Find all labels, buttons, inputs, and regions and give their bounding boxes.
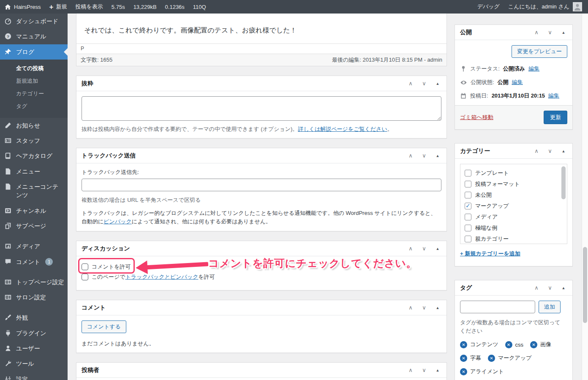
trackbacks-pingbacks-link[interactable]: トラックバックとピンバック (125, 274, 199, 280)
sidebar-item-staff[interactable]: スタッフ (0, 133, 68, 148)
account-menu[interactable]: こんにちは、admin さん (508, 2, 582, 11)
move-up-icon[interactable]: ∧ (407, 80, 414, 87)
sidebar-item-users[interactable]: ユーザー (0, 341, 68, 356)
submenu-item[interactable]: 全ての投稿 (0, 62, 68, 75)
sidebar-item-top-page-settings[interactable]: トップページ設定 (0, 274, 68, 290)
move-down-icon[interactable]: ∨ (546, 148, 554, 154)
remove-tag-icon[interactable]: ✕ (460, 368, 467, 375)
trackback-url-input[interactable] (82, 179, 441, 191)
sidebar-item-salon-settings[interactable]: サロン設定 (0, 290, 68, 305)
pingback-link[interactable]: ピンバック (103, 218, 132, 225)
move-up-icon[interactable]: ∧ (533, 148, 540, 154)
allow-trackbacks-checkbox[interactable] (82, 274, 88, 280)
category-checkbox[interactable] (465, 192, 471, 198)
update-button[interactable]: 更新 (544, 111, 567, 124)
toggle-panel-icon[interactable]: ▲ (434, 81, 441, 86)
remove-tag-icon[interactable]: ✕ (505, 341, 512, 348)
remove-tag-icon[interactable]: ✕ (460, 341, 467, 348)
edit-status-link[interactable]: 編集 (528, 65, 539, 73)
move-down-icon[interactable]: ∨ (420, 80, 428, 87)
sidebar-item-subpage[interactable]: サブページ (0, 218, 68, 233)
move-down-icon[interactable]: ∨ (420, 152, 428, 159)
doc-icon (4, 183, 12, 190)
wrench-icon (4, 360, 12, 367)
category-item[interactable]: マークアップ (465, 201, 567, 212)
remove-tag-icon[interactable]: ✕ (460, 355, 467, 362)
sidebar-item-tools[interactable]: ツール (0, 356, 68, 371)
move-up-icon[interactable]: ∧ (533, 29, 540, 35)
move-up-icon[interactable]: ∧ (407, 245, 414, 252)
scrollbar-thumb[interactable] (561, 166, 566, 199)
sidebar-item-menu-content[interactable]: メニューコンテンツ (0, 179, 68, 203)
sidebar-item-dashboard[interactable]: ダッシュボード (0, 14, 68, 29)
sidebar-item-menu[interactable]: メニュー (0, 164, 68, 179)
move-down-icon[interactable]: ∨ (420, 245, 428, 252)
remove-tag-icon[interactable]: ✕ (530, 341, 537, 348)
excerpt-help-link[interactable]: 詳しくは解説ページをご覧ください (298, 126, 387, 132)
move-to-trash-link[interactable]: ゴミ箱へ移動 (460, 114, 493, 121)
allow-trackbacks-row[interactable]: このページでトラックバックとピンバックを許可 (82, 273, 441, 281)
move-down-icon[interactable]: ∨ (420, 367, 428, 373)
category-item[interactable]: 極端な例 (465, 223, 567, 233)
move-down-icon[interactable]: ∨ (546, 29, 554, 35)
sidebar-item-media[interactable]: メディア (0, 239, 68, 254)
preview-changes-button[interactable]: 変更をプレビュー (512, 45, 567, 58)
category-item[interactable]: メディア (465, 212, 567, 223)
category-checkbox-checked[interactable] (465, 203, 471, 209)
sidebar-item-comments[interactable]: コメント1 (0, 254, 68, 269)
add-comment-button[interactable]: コメントする (82, 320, 126, 333)
category-item[interactable]: 投稿フォーマット (465, 179, 567, 190)
add-tag-button[interactable]: 追加 (539, 301, 561, 313)
category-checkbox[interactable] (465, 170, 471, 176)
tag-label: マークアップ (498, 354, 532, 362)
allow-comments-checkbox[interactable] (82, 263, 88, 270)
submenu-item[interactable]: 新規追加 (0, 75, 68, 87)
editor-element-path[interactable]: P (76, 43, 446, 54)
view-post-link[interactable]: 投稿を表示 (76, 3, 103, 11)
category-item[interactable]: 未公開 (465, 190, 567, 201)
submenu-item[interactable]: カテゴリー (0, 87, 68, 100)
submenu-item[interactable]: タグ (0, 100, 68, 113)
excerpt-textarea[interactable] (82, 96, 441, 121)
add-category-link[interactable]: + 新規カテゴリーを追加 (460, 250, 520, 258)
move-up-icon[interactable]: ∧ (533, 285, 540, 291)
edit-date-link[interactable]: 編集 (548, 92, 559, 100)
sidebar-item-hair-catalog[interactable]: ヘアカタログ (0, 148, 68, 163)
new-tag-input[interactable] (460, 301, 535, 313)
tag-chip: ✕アライメント (460, 368, 504, 375)
category-checkbox[interactable] (465, 214, 471, 220)
sidebar-item-manual[interactable]: ?マニュアル (0, 29, 68, 44)
sidebar-item-news[interactable]: お知らせ (0, 118, 68, 133)
toggle-panel-icon[interactable]: ▲ (434, 154, 441, 158)
toggle-panel-icon[interactable]: ▲ (434, 247, 441, 251)
sidebar-item-plugins[interactable]: プラグイン (0, 326, 68, 341)
editor-content[interactable]: それでは、これで終わりです。画像配置のテスト、お疲れ様でした！ (76, 14, 446, 43)
category-item[interactable]: 親カテゴリー (465, 233, 567, 244)
category-item[interactable]: テンプレート (465, 168, 567, 179)
category-checkbox[interactable] (465, 181, 471, 187)
idcard-icon (4, 137, 12, 144)
trackback-metabox: トラックバック送信 ∧ ∨ ▲ トラックバック送信先: 複数送信の場合は URL… (76, 148, 447, 231)
move-down-icon[interactable]: ∨ (546, 285, 554, 291)
move-up-icon[interactable]: ∧ (407, 367, 414, 373)
toggle-panel-icon[interactable]: ▲ (434, 368, 441, 372)
move-up-icon[interactable]: ∧ (407, 304, 414, 311)
toggle-panel-icon[interactable]: ▲ (560, 30, 567, 35)
scrollbar-thumb[interactable] (583, 247, 587, 323)
toggle-panel-icon[interactable]: ▲ (560, 149, 567, 153)
wp-home-menu[interactable]: HairsPress (4, 3, 41, 11)
move-up-icon[interactable]: ∧ (407, 152, 414, 159)
sidebar-item-blog[interactable]: ブログ (0, 44, 68, 60)
edit-visibility-link[interactable]: 編集 (512, 79, 523, 86)
new-content-menu[interactable]: + 新規 (49, 3, 67, 11)
move-down-icon[interactable]: ∨ (420, 304, 428, 311)
category-checkbox[interactable] (465, 236, 471, 242)
sidebar-item-appearance[interactable]: 外観 (0, 310, 68, 325)
toggle-panel-icon[interactable]: ▲ (434, 306, 441, 310)
sidebar-item-settings[interactable]: 設定 (0, 372, 68, 380)
remove-tag-icon[interactable]: ✕ (488, 355, 495, 362)
toggle-panel-icon[interactable]: ▲ (560, 286, 567, 290)
debug-menu[interactable]: デバッグ (477, 3, 500, 11)
sidebar-item-channel[interactable]: チャンネル (0, 203, 68, 218)
category-checkbox[interactable] (465, 225, 471, 231)
